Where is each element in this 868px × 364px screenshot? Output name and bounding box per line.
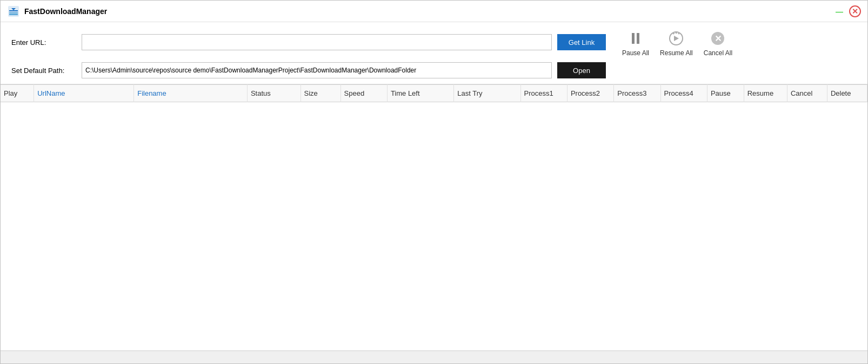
table-header: Play UrlName Filename Status Size Speed … — [1, 85, 867, 102]
title-bar-controls: — ✕ — [834, 5, 861, 17]
col-header-status: Status — [247, 85, 301, 102]
path-label: Set Default Path: — [11, 67, 76, 75]
title-bar-left: FastDownloadManager — [7, 5, 107, 18]
col-header-urlname: UrlName — [34, 85, 134, 102]
cancel-all-label: Cancel All — [704, 49, 732, 57]
col-header-speed: Speed — [340, 85, 387, 102]
col-header-size: Size — [301, 85, 340, 102]
table-header-row: Play UrlName Filename Status Size Speed … — [1, 85, 867, 102]
col-header-timeleft: Time Left — [387, 85, 453, 102]
cancel-all-button[interactable]: ✕ Cancel All — [704, 28, 732, 57]
col-header-lasttry: Last Try — [454, 85, 520, 102]
status-bar — [1, 350, 867, 363]
path-input[interactable] — [82, 62, 552, 78]
download-table-container: Play UrlName Filename Status Size Speed … — [1, 84, 867, 350]
col-header-process1: Process1 — [520, 85, 567, 102]
col-header-process2: Process2 — [567, 85, 613, 102]
url-row: Enter URL: Get Link Pause All — [11, 28, 857, 57]
url-input[interactable] — [82, 34, 552, 50]
svg-rect-3 — [9, 12, 18, 14]
download-table: Play UrlName Filename Status Size Speed … — [1, 84, 867, 102]
col-header-pause: Pause — [707, 85, 744, 102]
minimize-button[interactable]: — — [834, 6, 845, 17]
resume-all-label: Resume All — [660, 49, 693, 57]
main-window: FastDownloadManager — ✕ Enter URL: Get L… — [0, 0, 868, 364]
col-header-resume: Resume — [744, 85, 787, 102]
pause-all-icon — [625, 28, 646, 49]
open-button[interactable]: Open — [557, 62, 606, 78]
resume-all-button[interactable]: Resume All — [660, 28, 693, 57]
resume-all-icon — [665, 28, 687, 49]
app-title: FastDownloadManager — [24, 7, 107, 16]
pause-all-button[interactable]: Pause All — [622, 28, 649, 57]
toolbar: Enter URL: Get Link Pause All — [1, 22, 867, 84]
pause-all-label: Pause All — [622, 49, 649, 57]
cancel-all-icon: ✕ — [707, 28, 729, 49]
close-button[interactable]: ✕ — [849, 5, 861, 17]
col-header-cancel: Cancel — [787, 85, 827, 102]
col-header-play: Play — [1, 85, 34, 102]
col-header-delete: Delete — [827, 85, 867, 102]
title-bar: FastDownloadManager — ✕ — [1, 1, 867, 22]
global-controls: Pause All Resume All — [622, 28, 732, 57]
col-header-filename: Filename — [134, 85, 248, 102]
col-header-process3: Process3 — [614, 85, 660, 102]
get-link-button[interactable]: Get Link — [557, 34, 606, 50]
path-row: Set Default Path: Open — [11, 62, 857, 78]
url-label: Enter URL: — [11, 38, 76, 47]
svg-rect-4 — [9, 14, 18, 15]
svg-rect-1 — [9, 10, 18, 11]
col-header-process4: Process4 — [660, 85, 707, 102]
app-icon — [7, 5, 20, 18]
